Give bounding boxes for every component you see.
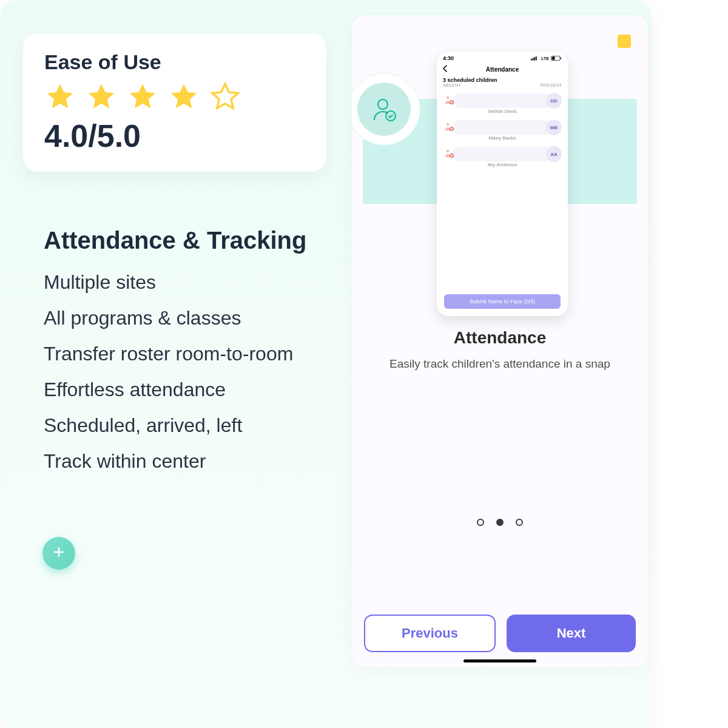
- feature-item: Scheduled, arrived, left: [44, 414, 347, 437]
- child-initials: MB: [546, 120, 562, 135]
- absent-icon: [444, 121, 455, 132]
- feature-item: Track within center: [44, 450, 347, 473]
- svg-rect-8: [552, 57, 555, 60]
- child-name: Debbie Davis: [442, 109, 563, 114]
- phone-time: 4:30: [443, 55, 454, 61]
- phone-col-absent: ABSENT: [443, 83, 461, 87]
- rating-score: 4.0/5.0: [44, 118, 305, 154]
- battery-icon: [551, 56, 562, 61]
- feature-item: Effortless attendance: [44, 379, 347, 401]
- feature-item: Multiple sites: [44, 271, 347, 294]
- showcase-subtitle: Easily track children's attendance in a …: [375, 357, 625, 371]
- rating-stars: [44, 81, 305, 113]
- plus-icon: [52, 543, 66, 564]
- phone-subtitle: 3 scheduled children: [437, 76, 568, 83]
- child-row[interactable]: AA Ally Anderson: [442, 143, 563, 167]
- add-button[interactable]: [42, 537, 75, 570]
- child-row[interactable]: MB Mikey Banks: [442, 116, 563, 141]
- showcase-card: 4:30 LTE Attendance 3 scheduled childr: [352, 15, 648, 667]
- carousel-dot-active[interactable]: [496, 519, 504, 526]
- child-name: Ally Anderson: [442, 162, 563, 167]
- feature-item: All programs & classes: [44, 307, 347, 329]
- phone-header: Attendance: [437, 62, 568, 76]
- features-title: Attendance & Tracking: [44, 227, 347, 254]
- phone-col-present: PRESENT: [541, 83, 562, 87]
- child-initials: DD: [546, 93, 562, 109]
- attendance-slider[interactable]: [453, 93, 552, 108]
- child-initials: AA: [546, 146, 562, 162]
- showcase-title: Attendance: [352, 328, 648, 348]
- child-row[interactable]: DD Debbie Davis: [442, 90, 563, 114]
- previous-button[interactable]: Previous: [364, 615, 496, 652]
- star-icon: [44, 81, 76, 113]
- svg-rect-7: [561, 57, 561, 59]
- svg-rect-4: [534, 57, 536, 60]
- star-icon: [86, 81, 117, 113]
- phone-statusbar: 4:30 LTE: [437, 52, 568, 62]
- star-icon: [127, 81, 158, 113]
- child-name: Mikey Banks: [442, 135, 563, 141]
- svg-point-13: [447, 150, 449, 152]
- phone-title: Attendance: [486, 66, 519, 73]
- carousel-dots: [352, 519, 648, 526]
- phone-mock: 4:30 LTE Attendance 3 scheduled childr: [437, 52, 568, 316]
- features-block: Attendance & Tracking Multiple sites All…: [44, 227, 347, 486]
- features-list: Multiple sites All programs & classes Tr…: [44, 271, 347, 473]
- star-icon: [168, 81, 200, 113]
- attendance-slider[interactable]: [453, 120, 552, 135]
- feature-item: Transfer roster room-to-room: [44, 343, 347, 365]
- svg-point-9: [447, 96, 449, 99]
- home-indicator: [463, 659, 536, 662]
- accent-chip: [618, 35, 631, 48]
- rating-card: Ease of Use 4.0/5.0: [23, 33, 326, 172]
- absent-icon: [444, 95, 455, 106]
- signal-icon: [531, 56, 539, 61]
- attendance-slider[interactable]: [453, 147, 552, 161]
- carousel-dot[interactable]: [516, 519, 523, 526]
- phone-submit-button[interactable]: Submit Name to Face (0/3): [444, 294, 561, 309]
- svg-point-11: [447, 123, 449, 126]
- absent-icon: [444, 148, 455, 159]
- carousel-dot[interactable]: [477, 519, 484, 526]
- svg-rect-5: [536, 56, 537, 61]
- phone-columns: ABSENT PRESENT: [437, 83, 568, 90]
- svg-rect-2: [531, 59, 532, 61]
- back-icon[interactable]: [442, 64, 449, 75]
- showcase-nav: Previous Next: [364, 615, 636, 652]
- svg-rect-3: [533, 58, 534, 61]
- star-outline-icon: [209, 81, 241, 113]
- rating-title: Ease of Use: [44, 50, 305, 74]
- next-button[interactable]: Next: [507, 615, 636, 652]
- user-check-icon: [357, 83, 411, 136]
- phone-network: LTE: [541, 56, 549, 61]
- svg-point-0: [378, 99, 388, 109]
